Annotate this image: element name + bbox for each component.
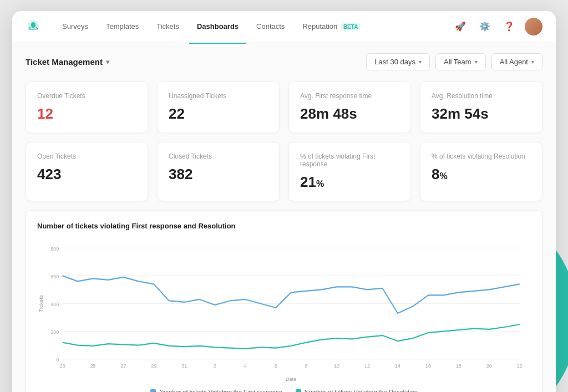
svg-text:23: 23 [59, 363, 65, 369]
svg-text:0: 0 [56, 357, 59, 363]
chart-svg: 0200400600800Tickets23252729312468101214… [37, 239, 531, 383]
overdue-tickets-label: Overdue Tickets [37, 92, 136, 100]
question-icon[interactable]: ❓ [500, 18, 518, 35]
legend-first-response-label: Number of tickets Violating the First re… [159, 389, 282, 392]
svg-text:29: 29 [151, 363, 156, 369]
date-filter-chevron-icon: ▾ [419, 59, 422, 65]
open-tickets-card: Open Tickets 423 [26, 142, 148, 201]
nav-surveys[interactable]: Surveys [54, 19, 96, 34]
avg-resolution-value: 32m 54s [432, 105, 531, 123]
navbar: Surveys Templates Tickets Dashboards Con… [12, 11, 556, 42]
closed-tickets-card: Closed Tickets 382 [157, 142, 280, 201]
overdue-tickets-value: 12 [37, 105, 136, 123]
outer-container: Surveys Templates Tickets Dashboards Con… [12, 11, 556, 392]
svg-text:400: 400 [50, 301, 59, 307]
pct-resolution-card: % of tickets violating Resolution 8% [420, 142, 542, 201]
agent-filter-button[interactable]: All Agent ▾ [491, 53, 542, 70]
gear-icon[interactable]: ⚙️ [476, 18, 494, 35]
chart-title: Number of tickets violating First respon… [37, 222, 531, 230]
page-title: Ticket Management [26, 57, 103, 67]
avg-resolution-label: Avg. Resolution time [432, 92, 531, 100]
open-tickets-value: 423 [37, 166, 136, 183]
toolbar: Ticket Management ▾ Last 30 days ▾ All T… [26, 53, 542, 70]
legend-resolution-label: Number of tickets Violating the Resoluti… [305, 389, 418, 392]
app-logo[interactable] [26, 18, 41, 35]
date-filter-button[interactable]: Last 30 days ▾ [366, 53, 430, 70]
stats-row-2: Open Tickets 423 Closed Tickets 382 % of… [26, 142, 542, 201]
svg-text:20: 20 [486, 363, 492, 369]
unassigned-tickets-value: 22 [169, 105, 268, 123]
pct-first-response-value: 21% [300, 174, 399, 191]
svg-text:31: 31 [181, 363, 187, 369]
legend-resolution-dot [296, 389, 301, 392]
title-chevron-icon: ▾ [106, 58, 109, 66]
svg-text:Tickets: Tickets [38, 295, 44, 312]
team-filter-chevron-icon: ▾ [475, 59, 478, 65]
beta-badge: BETA [341, 23, 360, 30]
svg-text:2: 2 [214, 363, 216, 369]
avg-first-response-card: Avg. First response time 28m 48s [288, 82, 411, 133]
nav-templates[interactable]: Templates [98, 19, 146, 34]
svg-text:6: 6 [275, 363, 277, 369]
nav-contacts[interactable]: Contacts [248, 19, 292, 34]
svg-text:600: 600 [50, 273, 59, 279]
unassigned-tickets-card: Unassigned Tickets 22 [157, 82, 280, 133]
nav-reputation[interactable]: Reputation BETA [295, 19, 368, 34]
nav-actions: 🚀 ⚙️ ❓ [452, 18, 542, 35]
svg-text:Date: Date [286, 375, 296, 381]
filter-area: Last 30 days ▾ All Team ▾ All Agent ▾ [366, 53, 542, 70]
stats-row-1: Overdue Tickets 12 Unassigned Tickets 22… [26, 82, 542, 133]
avg-first-response-label: Avg. First response time [300, 92, 399, 100]
team-filter-button[interactable]: All Team ▾ [435, 53, 486, 70]
chart-legend: Number of tickets Violating the First re… [37, 389, 531, 392]
svg-text:4: 4 [244, 363, 247, 369]
legend-resolution: Number of tickets Violating the Resoluti… [296, 389, 418, 392]
avg-resolution-card: Avg. Resolution time 32m 54s [420, 82, 542, 133]
nav-dashboards[interactable]: Dashboards [189, 19, 246, 34]
svg-text:18: 18 [456, 363, 462, 369]
svg-text:25: 25 [90, 363, 95, 369]
svg-text:800: 800 [50, 245, 59, 251]
app-window: Surveys Templates Tickets Dashboards Con… [12, 11, 556, 392]
pct-first-response-card: % of tickets violating First response 21… [288, 142, 411, 201]
chart-area: 0200400600800Tickets23252729312468101214… [37, 239, 531, 383]
pct-resolution-value: 8% [432, 166, 531, 183]
svg-text:22: 22 [517, 363, 523, 369]
svg-text:27: 27 [120, 363, 126, 369]
agent-filter-chevron-icon: ▾ [531, 59, 534, 65]
rocket-icon[interactable]: 🚀 [452, 18, 469, 35]
main-content: Ticket Management ▾ Last 30 days ▾ All T… [12, 42, 556, 392]
closed-tickets-value: 382 [169, 166, 268, 183]
svg-text:14: 14 [395, 363, 400, 369]
unassigned-tickets-label: Unassigned Tickets [169, 92, 268, 100]
overdue-tickets-card: Overdue Tickets 12 [26, 82, 148, 133]
avg-first-response-value: 28m 48s [300, 105, 399, 123]
svg-text:12: 12 [364, 363, 370, 369]
nav-tickets[interactable]: Tickets [149, 19, 187, 34]
closed-tickets-label: Closed Tickets [169, 152, 268, 160]
legend-first-response-dot [150, 389, 156, 392]
user-avatar[interactable] [525, 18, 542, 35]
chart-card: Number of tickets violating First respon… [26, 210, 542, 392]
open-tickets-label: Open Tickets [37, 152, 136, 160]
nav-links: Surveys Templates Tickets Dashboards Con… [54, 19, 452, 34]
legend-first-response: Number of tickets Violating the First re… [150, 389, 282, 392]
svg-text:8: 8 [305, 363, 308, 369]
svg-text:200: 200 [50, 329, 59, 335]
pct-resolution-label: % of tickets violating Resolution [432, 152, 531, 160]
page-title-area[interactable]: Ticket Management ▾ [26, 57, 109, 67]
pct-first-response-label: % of tickets violating First response [300, 152, 399, 168]
svg-text:10: 10 [334, 363, 339, 369]
svg-text:16: 16 [425, 363, 431, 369]
